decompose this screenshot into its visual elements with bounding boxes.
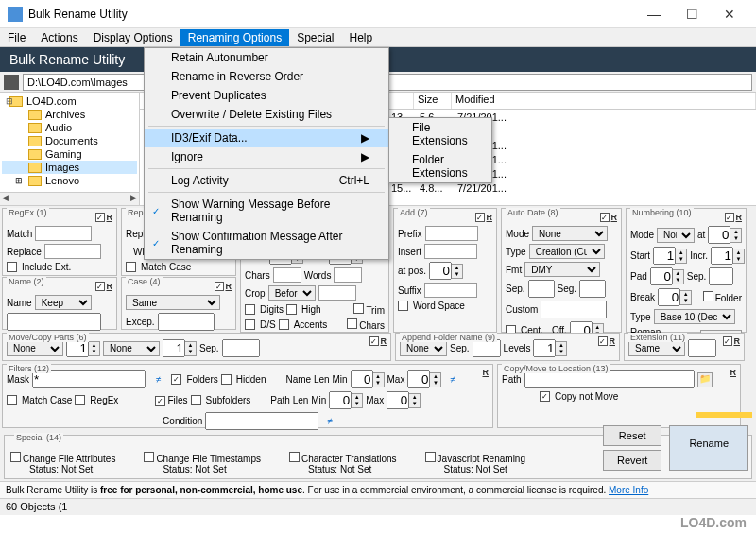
tree-node[interactable]: ⊟LO4D.com	[2, 95, 137, 108]
excep-input[interactable]	[158, 313, 215, 331]
date-mode-select[interactable]: None	[532, 226, 608, 241]
num-mode-select[interactable]: None	[657, 228, 695, 243]
panel-name: Name (2) R NameKeep	[2, 277, 117, 330]
menu-display-options[interactable]: Display Options	[86, 29, 180, 46]
more-info-link[interactable]: More Info	[609, 485, 648, 495]
crop-input[interactable]	[318, 285, 356, 301]
col-ext[interactable]	[386, 93, 414, 109]
submenu-arrow-icon: ▶	[361, 150, 369, 163]
insert-input[interactable]	[424, 244, 477, 259]
status-bar: 60 Objects (1 LO4D.com	[0, 498, 756, 515]
date-custom-input[interactable]	[541, 301, 607, 318]
menu-reverse-order[interactable]: Rename in Reverse Order	[145, 67, 388, 86]
folder-icon	[28, 176, 42, 186]
prefix-input[interactable]	[425, 226, 478, 241]
browse-icon[interactable]: 📁	[697, 372, 713, 387]
tree-node[interactable]: Archives	[2, 108, 137, 121]
panel-reset[interactable]: R	[611, 213, 618, 222]
date-type-select[interactable]: Creation (Curr.)	[529, 244, 605, 259]
date-seg-input[interactable]	[579, 280, 606, 298]
panel-reset[interactable]: R	[107, 213, 113, 222]
titlebar: Bulk Rename Utility — ☐ ✕	[0, 0, 756, 28]
id3-exif-submenu: File Extensions Folder Extensions	[388, 117, 492, 183]
name-select[interactable]: Keep	[35, 295, 92, 310]
panel-numbering: Numbering (10) R ModeNoneat▲▼ Start▲▼Inc…	[626, 208, 747, 333]
regex-match-input[interactable]	[35, 226, 92, 241]
tree-node[interactable]: Documents	[2, 134, 137, 147]
date-sep-input[interactable]	[528, 280, 555, 298]
crop-select[interactable]: Before	[268, 285, 316, 301]
tree-node[interactable]: ⊞Lenovo	[2, 174, 137, 187]
menu-prevent-duplicates[interactable]: Prevent Duplicates	[145, 86, 388, 105]
check-icon: ✓	[152, 206, 160, 216]
words-input[interactable]	[334, 267, 362, 283]
regex-replace-input[interactable]	[44, 244, 101, 259]
tree-scrollbar[interactable]: ◀▶	[0, 192, 139, 205]
name-input[interactable]	[7, 313, 101, 331]
folder-icon	[28, 110, 42, 120]
menu-retain-autonumber[interactable]: Retain Autonumber	[145, 48, 388, 67]
num-type-select[interactable]: Base 10 (Decimal)	[654, 309, 735, 324]
folder-icon	[28, 149, 42, 160]
panel-movecopy: Move/Copy Parts (6) R None▲▼None▲▼Sep.	[2, 333, 391, 361]
close-button[interactable]: ✕	[711, 7, 748, 22]
folder-icon	[28, 163, 42, 173]
menu-overwrite-delete[interactable]: Overwrite / Delete Existing Files	[145, 105, 388, 124]
menu-special[interactable]: Special	[289, 29, 341, 46]
menubar: File Actions Display Options Renaming Op…	[0, 28, 756, 47]
minimize-button[interactable]: —	[635, 7, 673, 22]
panel-copymove: Copy/Move to Location (13) R Path📁 Copy …	[497, 364, 741, 428]
submenu-folder-extensions[interactable]: Folder Extensions	[389, 150, 491, 182]
window-title: Bulk Rename Utility	[28, 8, 635, 21]
watermark: LO4D.com	[680, 515, 747, 530]
panel-checkbox[interactable]	[475, 213, 485, 222]
menu-actions[interactable]: Actions	[33, 29, 85, 46]
reset-button[interactable]: Reset	[603, 425, 662, 446]
menu-separator	[148, 192, 385, 193]
chars-input[interactable]	[273, 267, 301, 283]
menu-log-activity[interactable]: Log ActivityCtrl+L	[145, 171, 388, 190]
folder-tree[interactable]: ⊟LO4D.com Archives Audio Documents Gamin…	[0, 93, 140, 205]
action-buttons: Reset Revert Rename	[603, 425, 748, 471]
col-modified[interactable]: Modified	[452, 93, 756, 109]
panel-reset[interactable]: R	[487, 213, 493, 222]
tree-node-selected[interactable]: Images	[2, 161, 137, 174]
header-title: Bulk Rename Utility	[9, 52, 125, 67]
panel-add: Add (7) R Prefix Insert at pos.▲▼ Suffix…	[393, 208, 497, 333]
panel-checkbox[interactable]	[95, 213, 105, 222]
tree-node[interactable]: Gaming	[2, 147, 137, 161]
condition-input[interactable]	[205, 412, 318, 430]
menu-show-warning[interactable]: ✓Show Warning Message Before Renaming	[145, 195, 388, 227]
menu-shortcut: Ctrl+L	[339, 174, 369, 187]
menu-show-confirmation[interactable]: ✓Show Confirmation Message After Renamin…	[145, 227, 388, 259]
matchcase-checkbox[interactable]	[126, 262, 136, 272]
object-count: 60 Objects (1	[6, 501, 67, 513]
revert-button[interactable]: Revert	[603, 450, 662, 471]
maximize-button[interactable]: ☐	[673, 7, 711, 22]
panel-reset[interactable]: R	[736, 213, 743, 222]
suffix-input[interactable]	[424, 283, 477, 298]
case-select[interactable]: Same	[126, 295, 220, 310]
tree-node[interactable]: Audio	[2, 121, 137, 134]
menu-ignore[interactable]: Ignore▶	[145, 147, 388, 166]
panel-checkbox[interactable]	[600, 213, 610, 222]
up-folder-icon[interactable]	[4, 75, 19, 90]
submenu-file-extensions[interactable]: File Extensions	[389, 118, 491, 150]
panel-regex: RegEx (1) R Match Replace Include Ext.	[2, 208, 117, 276]
include-ext-checkbox[interactable]	[7, 262, 17, 272]
collapse-icon[interactable]: ⊟	[6, 96, 13, 106]
menu-id3-exif[interactable]: ID3/Exif Data...▶	[145, 129, 388, 147]
panel-checkbox[interactable]	[725, 213, 734, 222]
highlight-strip	[696, 412, 752, 418]
expand-icon[interactable]: ⊞	[15, 176, 23, 185]
panel-filters: Filters (12) R Mask≠FoldersHiddenName Le…	[2, 364, 493, 428]
date-fmt-select[interactable]: DMY	[524, 262, 600, 277]
menu-help[interactable]: Help	[342, 29, 381, 46]
panel-appendfolder: Append Folder Name (9) R NoneSep.Levels▲…	[395, 333, 620, 361]
atpos-spinner[interactable]	[429, 262, 452, 280]
renaming-options-menu: Retain Autonumber Rename in Reverse Orde…	[144, 47, 389, 260]
menu-file[interactable]: File	[0, 29, 33, 46]
rename-button[interactable]: Rename	[669, 425, 748, 471]
col-size[interactable]: Size	[414, 93, 452, 109]
menu-renaming-options[interactable]: Renaming Options	[180, 29, 289, 46]
